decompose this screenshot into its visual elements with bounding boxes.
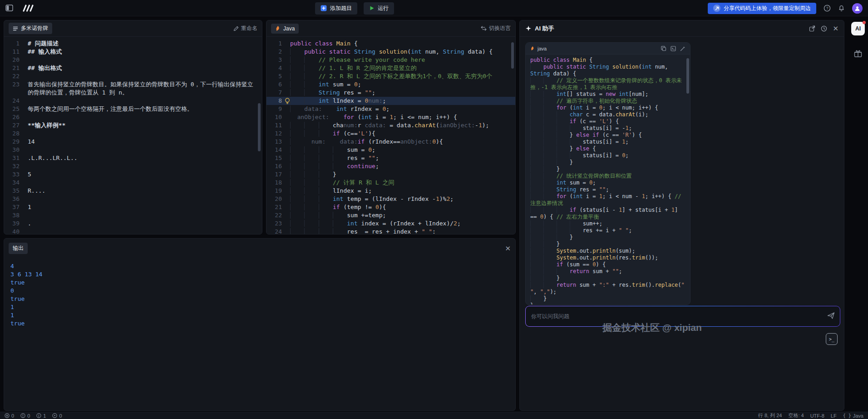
problems-warnings[interactable]: 0	[20, 413, 30, 419]
problem-scrollbar[interactable]	[258, 103, 261, 151]
code-line[interactable]: 17 }	[266, 170, 515, 179]
run-button[interactable]: 运行	[364, 2, 394, 15]
rename-button[interactable]: 重命名	[233, 25, 257, 32]
line-number: 4	[266, 64, 282, 72]
ai-question-input[interactable]	[526, 306, 840, 326]
quick-fix-lightbulb-icon[interactable]	[285, 98, 290, 105]
magic-wand-icon[interactable]	[680, 46, 686, 51]
code-line[interactable]: 15 res = "";	[266, 154, 515, 162]
problems-infos[interactable]: 1	[36, 413, 46, 419]
ai-close-icon[interactable]: ✕	[833, 25, 838, 32]
ai-input-container	[525, 306, 840, 327]
markdown-line[interactable]: 2914	[4, 138, 262, 146]
line-number: 5	[266, 72, 282, 80]
code-line[interactable]: 4 // 1. L 和 R 之间的肯定是竖立的	[266, 64, 515, 72]
markdown-line[interactable]: 23首先输出保持竖立的骨牌数目。如果保持竖立的骨牌数目不为 0，下一行输出保持竖…	[4, 80, 262, 97]
eol[interactable]: LF	[831, 413, 837, 419]
problems-hints[interactable]: 0	[52, 413, 62, 419]
markdown-line[interactable]: 20	[4, 56, 262, 64]
line-number: 40	[4, 228, 20, 234]
indent-setting[interactable]: 空格: 4	[788, 412, 804, 419]
output-close-icon[interactable]: ✕	[505, 245, 511, 252]
code-line[interactable]: 19 lIndex = i;	[266, 187, 515, 195]
code-line[interactable]: 21 if (temp != 0){	[266, 203, 515, 211]
send-icon[interactable]	[827, 312, 835, 319]
markdown-line[interactable]: 34	[4, 179, 262, 187]
markdown-line[interactable]: 32	[4, 162, 262, 170]
switch-language-button[interactable]: 切换语言	[481, 25, 511, 32]
code-line[interactable]: 14 sum = 0;	[266, 146, 515, 154]
markdown-editor[interactable]: 1# 问题描述11## 输入格式2021## 输出格式2223首先输出保持竖立的…	[4, 37, 262, 234]
history-icon[interactable]	[821, 25, 827, 32]
bell-icon[interactable]	[838, 5, 845, 12]
problem-title-chip[interactable]: 多米诺骨牌	[9, 23, 52, 34]
code-line[interactable]: 18 // 计算 R 和 L 之间	[266, 179, 515, 187]
markdown-line[interactable]: 27**输入样例**	[4, 121, 262, 130]
user-avatar[interactable]	[852, 3, 863, 14]
ai-code-line: return sum + ":" + res.trim().replace(" …	[530, 282, 686, 295]
promo-banner[interactable]: 分享代码码上体验，领限量定制周边	[708, 3, 816, 14]
sidebar-toggle-icon[interactable]	[5, 5, 13, 11]
ai-code-line: for (int i = 0; i < num; i++) {	[530, 105, 686, 111]
java-code-editor[interactable]: 1public class Main {2 public static Stri…	[266, 37, 515, 234]
markdown-line[interactable]: 22	[4, 72, 262, 80]
line-number: 3	[266, 56, 282, 64]
problems-errors[interactable]: 0	[5, 413, 14, 419]
markdown-line[interactable]: 11## 输入格式	[4, 48, 262, 56]
export-icon[interactable]	[809, 25, 815, 32]
code-line[interactable]: 5 // 2. R 和 L 之间的下标之差单数为1个，0、双数、无穷为0个	[266, 72, 515, 80]
markdown-line[interactable]: 371	[4, 203, 262, 211]
markdown-line[interactable]: 40	[4, 228, 262, 234]
markdown-line[interactable]: 31.L.R...LR..L..	[4, 154, 262, 162]
copy-icon[interactable]	[661, 46, 666, 51]
code-line[interactable]: 10 anObject: for (int i = 1; i <= num; i…	[266, 113, 515, 121]
markdown-line[interactable]: 21## 输出格式	[4, 64, 262, 72]
code-line[interactable]: 13 num: data:if (rIndex==anObject:0){	[266, 138, 515, 146]
insert-code-icon[interactable]	[671, 46, 676, 51]
ai-code-line: if (status[i - 1] + status[i + 1] == 0) …	[530, 207, 686, 220]
editor-scrollbar[interactable]	[511, 42, 514, 69]
code-line[interactable]: 9 data: int rIndex = 0;	[266, 105, 515, 113]
markdown-line[interactable]: 35R....	[4, 187, 262, 195]
ai-code-block[interactable]: public class Main { public static String…	[526, 55, 690, 304]
add-problem-button[interactable]: 添加题目	[315, 2, 357, 15]
code-line[interactable]: 22 sum +=temp;	[266, 211, 515, 219]
code-line[interactable]: 12 if (c=='L'){	[266, 130, 515, 138]
language-mode[interactable]: { } Java	[843, 413, 863, 419]
ai-assistant-button[interactable]: AI	[851, 22, 865, 35]
ai-fab-label: AI	[855, 25, 861, 32]
ai-code-line: }	[530, 241, 686, 248]
code-line[interactable]: 2 public static String solution(int num,…	[266, 48, 515, 56]
markdown-line[interactable]: 335	[4, 170, 262, 179]
code-line[interactable]: 11 chanum:r cdata: = data.charAt(ianObje…	[266, 121, 515, 130]
add-problem-label: 添加题目	[330, 5, 352, 12]
logo-icon[interactable]	[21, 4, 34, 12]
markdown-line[interactable]: 24	[4, 97, 262, 105]
code-line[interactable]: 3 // Please write your code here	[266, 56, 515, 64]
markdown-line[interactable]: 25每两个数之间用一个空格隔开，注意最后一个数后面没有空格。	[4, 105, 262, 113]
line-number: 1	[266, 40, 282, 48]
code-line[interactable]: 23 int index = (rIndex + lIndex)/2;	[266, 219, 515, 228]
line-number: 15	[266, 154, 282, 162]
ai-code-scrollbar[interactable]	[686, 58, 689, 94]
cursor-position[interactable]: 行 8, 列 24	[758, 412, 782, 419]
code-line[interactable]: 1public class Main {	[266, 40, 515, 48]
tab-java[interactable]: Java	[271, 24, 299, 34]
console-float-button[interactable]: >_	[826, 333, 838, 345]
markdown-line[interactable]: 30	[4, 146, 262, 154]
code-line[interactable]: 16 continue;	[266, 162, 515, 170]
encoding[interactable]: UTF-8	[810, 413, 824, 419]
markdown-line[interactable]: 39.	[4, 219, 262, 228]
markdown-line[interactable]: 26	[4, 113, 262, 121]
code-line[interactable]: 8 int lIndex = 0num:;	[266, 97, 515, 105]
code-line[interactable]: 7 String res = "";	[266, 89, 515, 97]
help-icon[interactable]: ?	[824, 5, 831, 12]
code-line[interactable]: 6 int sum = 0;	[266, 80, 515, 89]
markdown-line[interactable]: 28	[4, 130, 262, 138]
markdown-line[interactable]: 36	[4, 195, 262, 203]
code-line[interactable]: 24 res = res + index + " ":	[266, 228, 515, 234]
code-line[interactable]: 20 int temp = (lIndex - rIndex -1)%2;	[266, 195, 515, 203]
gift-icon[interactable]	[853, 49, 863, 58]
markdown-line[interactable]: 1# 问题描述	[4, 40, 262, 48]
markdown-line[interactable]: 38	[4, 211, 262, 219]
